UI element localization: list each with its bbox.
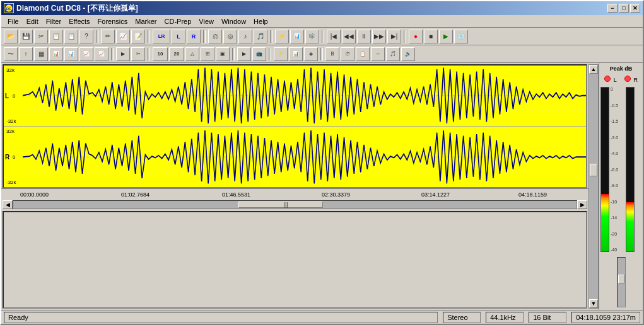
v-scrollbar[interactable]: ▲ ▼	[588, 64, 599, 309]
meter-bars-container: 0 -0.5 -1.5 -3.0 -4.0 -6.0 -8.0 -10 -14 …	[600, 87, 641, 252]
btn-t23[interactable]: ↔	[371, 47, 385, 61]
menu-file[interactable]: File	[4, 16, 23, 26]
pencil-icon: ✏	[105, 33, 110, 40]
scroll-right-button[interactable]: ▶	[577, 200, 587, 209]
btn-t5[interactable]: 📊	[64, 47, 78, 61]
btn-begin[interactable]: |◀	[327, 30, 341, 43]
menu-window[interactable]: Window	[218, 16, 250, 26]
btn-t2[interactable]: ↑	[19, 47, 33, 61]
minimize-button[interactable]: −	[607, 4, 618, 13]
btn-draw[interactable]: 📝	[131, 30, 145, 43]
sep1	[96, 30, 98, 43]
btn-t11[interactable]: 20	[169, 47, 184, 61]
h-scroll-thumb[interactable]	[238, 202, 323, 208]
scroll-left-button[interactable]: ◀	[3, 200, 13, 209]
volume-slider-track[interactable]	[617, 257, 626, 307]
btn-t15[interactable]: ▶	[237, 47, 251, 61]
btn-end[interactable]: ▶|	[387, 30, 401, 43]
record-icon: ●	[414, 33, 418, 40]
h-scrollbar[interactable]: ◀ ||| ▶	[3, 200, 587, 210]
btn-cd[interactable]: 💿	[454, 30, 468, 43]
btn-t3[interactable]: ▦	[34, 47, 48, 61]
maximize-button[interactable]: □	[619, 4, 629, 13]
btn-open[interactable]: 📂	[4, 30, 18, 43]
btn-t25[interactable]: 🔊	[401, 47, 415, 61]
volume-slider-thumb[interactable]	[618, 275, 624, 283]
btn-t8[interactable]: ▶	[116, 47, 130, 61]
vscroll-up-button[interactable]: ▲	[589, 65, 598, 74]
h-scroll-track[interactable]: |||	[13, 200, 577, 209]
btn-eq3[interactable]: 🎼	[305, 30, 319, 43]
btn-t18[interactable]: 📊	[289, 47, 303, 61]
btn-t19[interactable]: ◈	[304, 47, 318, 61]
btn-t9[interactable]: ✂	[131, 47, 145, 61]
btn-t17[interactable]: ⚡	[274, 47, 288, 61]
menu-filter[interactable]: Filter	[42, 16, 65, 26]
btn-t22[interactable]: 📋	[356, 47, 370, 61]
btn-lr[interactable]: LR	[153, 30, 170, 43]
menu-cdprep[interactable]: CD-Prep	[161, 16, 196, 26]
vscroll-thumb[interactable]	[590, 164, 597, 176]
btn-cut[interactable]: ✂	[34, 30, 48, 43]
sep3	[203, 30, 206, 43]
btn-t14[interactable]: ▣	[216, 47, 230, 61]
app-window: DC Diamond Cut DC8 - [不再让你孤单] − □ ✕ File…	[0, 0, 644, 325]
btn-paste[interactable]: 📋	[64, 30, 78, 43]
wave-display[interactable]: L 32k -32k 0	[3, 64, 587, 188]
btn-copy[interactable]: 📋	[49, 30, 63, 43]
btn-r[interactable]: R	[187, 30, 201, 43]
btn-stop[interactable]: ■	[424, 30, 438, 43]
btn-help[interactable]: ?	[79, 30, 93, 43]
btn-t10[interactable]: 10	[153, 47, 168, 61]
note-icon: 🎵	[257, 33, 264, 40]
btn-t1[interactable]: 〜	[4, 47, 18, 61]
btn-graph[interactable]: 📈	[116, 30, 130, 43]
btn-save[interactable]: 💾	[19, 30, 33, 43]
btn-balance[interactable]: ⚖	[208, 30, 222, 43]
close-button[interactable]: ✕	[630, 4, 640, 13]
btn-t24[interactable]: 🎵	[386, 47, 400, 61]
eq2-icon: 📊	[294, 33, 300, 39]
meter-bar-right	[626, 87, 635, 252]
btn-pencil[interactable]: ✏	[101, 30, 115, 43]
menu-edit[interactable]: Edit	[23, 16, 42, 26]
vscroll-track[interactable]	[589, 74, 598, 299]
btn-t4[interactable]: 📊	[49, 47, 63, 61]
btn-eq2[interactable]: 📊	[290, 30, 304, 43]
meter-bar-left	[600, 87, 609, 252]
btn-t13[interactable]: ⊞	[201, 47, 214, 61]
toolbar-secondary: 〜 ↑ ▦ 📊 📊 📈 📈 ▶ ✂ 10 20 △ ⊞ ▣ ▶ 📺 ⚡ 📊 ◈ …	[1, 45, 643, 63]
btn-l[interactable]: L	[172, 30, 185, 43]
window-controls: − □ ✕	[607, 4, 640, 13]
status-stereo-label: Stereo	[447, 314, 467, 321]
sep8	[148, 48, 150, 60]
btn-t12[interactable]: △	[185, 47, 199, 61]
btn-t16[interactable]: 📺	[252, 47, 266, 61]
menu-effects[interactable]: Effects	[65, 16, 93, 26]
channel-right: R 32k -32k 0	[4, 127, 586, 188]
menu-forensics[interactable]: Forensics	[94, 16, 132, 26]
btn-prev[interactable]: ◀◀	[342, 30, 356, 43]
cd-icon: 💿	[457, 33, 465, 40]
menu-help[interactable]: Help	[250, 16, 272, 26]
menu-marker[interactable]: Marker	[131, 16, 160, 26]
vscroll-down-button[interactable]: ▼	[589, 299, 598, 308]
btn-music[interactable]: ♪	[238, 30, 252, 43]
btn-play[interactable]: ▶	[439, 30, 453, 43]
btn-t7[interactable]: 📈	[95, 47, 108, 61]
scale-bottom-left: -32k	[6, 118, 16, 124]
waveform-panel: L 32k -32k 0	[1, 63, 588, 310]
copy-icon: 📋	[52, 33, 60, 40]
toolbar-main: 📂 💾 ✂ 📋 📋 ? ✏ 📈 📝 LR L R ⚖ ◎ ♪ 🎵 ⚡ 📊 🎼 |…	[1, 28, 643, 45]
menu-view[interactable]: View	[195, 16, 218, 26]
btn-next[interactable]: ▶▶	[372, 30, 386, 43]
btn-record[interactable]: ●	[409, 30, 423, 43]
btn-t20[interactable]: 🎚	[325, 47, 339, 61]
btn-t6[interactable]: 📈	[79, 47, 93, 61]
btn-t21[interactable]: ⏱	[341, 47, 354, 61]
btn-eq1[interactable]: ⚡	[275, 30, 289, 43]
btn-target[interactable]: ◎	[223, 30, 237, 43]
btn-note[interactable]: 🎵	[254, 30, 267, 43]
window-title: Diamond Cut DC8 - [不再让你孤单]	[16, 3, 607, 14]
btn-pause[interactable]: ⏸	[357, 30, 371, 43]
